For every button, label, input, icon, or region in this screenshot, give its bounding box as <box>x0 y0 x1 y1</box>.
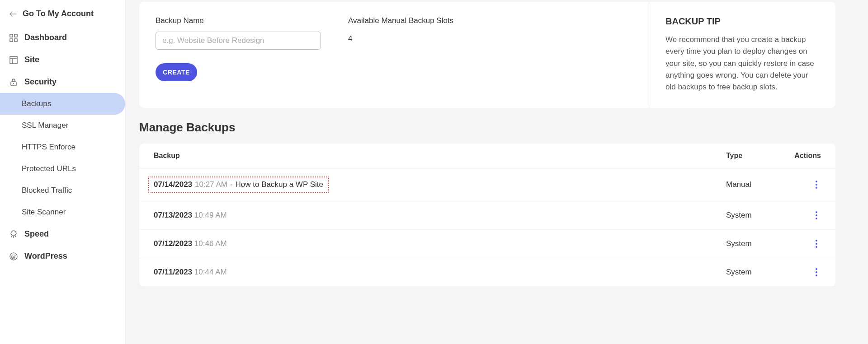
backup-time: 10:49 AM <box>192 211 227 219</box>
rocket-icon <box>9 230 18 239</box>
go-to-account-label: Go To My Account <box>23 9 94 19</box>
kebab-menu-icon[interactable] <box>812 179 821 191</box>
svg-rect-4 <box>10 56 17 64</box>
backup-cell: 07/14/2023 10:27 AM - How to Backup a WP… <box>154 177 726 193</box>
backup-time: 10:44 AM <box>192 268 227 276</box>
sidebar-item-label: Blocked Traffic <box>22 186 72 195</box>
backup-date: 07/12/2023 <box>154 239 192 248</box>
svg-rect-0 <box>10 34 13 37</box>
sidebar-item-ssl-manager[interactable]: SSL Manager <box>0 115 125 136</box>
table-row: 07/13/2023 10:49 AMSystem <box>139 201 835 230</box>
lock-icon <box>9 78 18 87</box>
sidebar-item-label: Site Scanner <box>22 208 66 217</box>
nav-speed-label: Speed <box>24 229 49 239</box>
arrow-left-icon <box>9 10 17 18</box>
backup-type: System <box>726 211 785 220</box>
backup-actions <box>785 238 821 250</box>
backup-info: 07/11/2023 10:44 AM <box>154 268 227 277</box>
table-header: Backup Type Actions <box>139 144 835 168</box>
sidebar-item-backups[interactable]: Backups <box>0 93 125 115</box>
backup-info: 07/12/2023 10:46 AM <box>154 239 227 248</box>
go-to-account-link[interactable]: Go To My Account <box>0 4 125 27</box>
table-header-backup: Backup <box>154 152 726 160</box>
backup-actions <box>785 209 821 221</box>
backup-cell: 07/12/2023 10:46 AM <box>154 239 726 248</box>
backup-tip-panel: BACKUP TIP We recommend that you create … <box>649 2 835 108</box>
table-row: 07/14/2023 10:27 AM - How to Backup a WP… <box>139 168 835 201</box>
svg-rect-3 <box>14 39 17 42</box>
sidebar-item-blocked-traffic[interactable]: Blocked Traffic <box>0 180 125 201</box>
manage-backups-heading: Manage Backups <box>139 121 868 135</box>
sidebar: Go To My Account Dashboard Site Security… <box>0 0 126 344</box>
nav-security[interactable]: Security <box>0 71 125 93</box>
backup-type: System <box>726 268 785 277</box>
backup-date: 07/14/2023 <box>154 180 192 189</box>
backup-actions <box>785 179 821 191</box>
backup-type: System <box>726 239 785 248</box>
sidebar-item-https-enforce[interactable]: HTTPS Enforce <box>0 136 125 158</box>
backup-tip-body: We recommend that you create a backup ev… <box>665 34 819 93</box>
backup-type: Manual <box>726 180 785 189</box>
site-icon <box>9 56 18 65</box>
sidebar-item-label: Backups <box>22 99 51 108</box>
backup-time: 10:27 AM <box>195 180 227 189</box>
create-backup-form: Backup Name CREATE Available Manual Back… <box>139 2 649 108</box>
nav-dashboard[interactable]: Dashboard <box>0 27 125 49</box>
backup-separator: - <box>230 180 233 189</box>
svg-point-9 <box>10 253 17 260</box>
create-button[interactable]: CREATE <box>156 63 197 81</box>
sidebar-item-protected-urls[interactable]: Protected URLs <box>0 158 125 180</box>
nav-dashboard-label: Dashboard <box>24 33 67 42</box>
highlighted-backup: 07/14/2023 10:27 AM - How to Backup a WP… <box>148 177 329 193</box>
nav-security-label: Security <box>24 77 57 87</box>
kebab-menu-icon[interactable] <box>812 266 821 278</box>
backup-time: 10:46 AM <box>192 239 227 248</box>
sidebar-item-label: SSL Manager <box>22 121 68 130</box>
svg-rect-2 <box>10 39 13 42</box>
sidebar-item-label: Protected URLs <box>22 164 76 173</box>
backup-cell: 07/13/2023 10:49 AM <box>154 211 726 220</box>
kebab-menu-icon[interactable] <box>812 238 821 250</box>
kebab-menu-icon[interactable] <box>812 209 821 221</box>
table-header-actions: Actions <box>785 152 821 160</box>
backup-info: 07/13/2023 10:49 AM <box>154 211 227 220</box>
backup-description: How to Backup a WP Site <box>236 180 323 189</box>
sidebar-item-site-scanner[interactable]: Site Scanner <box>0 201 125 223</box>
backup-date: 07/11/2023 <box>154 268 192 276</box>
available-slots-label: Available Manual Backup Slots <box>348 16 453 25</box>
sidebar-item-label: HTTPS Enforce <box>22 143 75 152</box>
nav-site-label: Site <box>24 55 39 65</box>
wordpress-icon <box>9 252 18 261</box>
table-row: 07/11/2023 10:44 AMSystem <box>139 258 835 287</box>
security-subnav: Backups SSL Manager HTTPS Enforce Protec… <box>0 93 125 223</box>
backup-actions <box>785 266 821 278</box>
svg-rect-1 <box>14 34 17 37</box>
create-backup-card: Backup Name CREATE Available Manual Back… <box>139 2 835 108</box>
nav-speed[interactable]: Speed <box>0 223 125 245</box>
nav-site[interactable]: Site <box>0 49 125 71</box>
table-header-type: Type <box>726 152 785 160</box>
svg-point-8 <box>13 83 14 84</box>
available-slots-value: 4 <box>348 32 453 43</box>
backup-name-label: Backup Name <box>156 16 321 25</box>
backups-table: Backup Type Actions 07/14/2023 10:27 AM … <box>139 144 835 287</box>
nav-wordpress-label: WordPress <box>24 251 67 261</box>
backup-name-input[interactable] <box>156 32 321 50</box>
backup-tip-heading: BACKUP TIP <box>665 16 819 27</box>
dashboard-icon <box>9 33 18 42</box>
table-row: 07/12/2023 10:46 AMSystem <box>139 230 835 258</box>
nav-wordpress[interactable]: WordPress <box>0 245 125 267</box>
backup-date: 07/13/2023 <box>154 211 192 219</box>
backup-cell: 07/11/2023 10:44 AM <box>154 268 726 277</box>
main-content: Backup Name CREATE Available Manual Back… <box>126 0 868 344</box>
